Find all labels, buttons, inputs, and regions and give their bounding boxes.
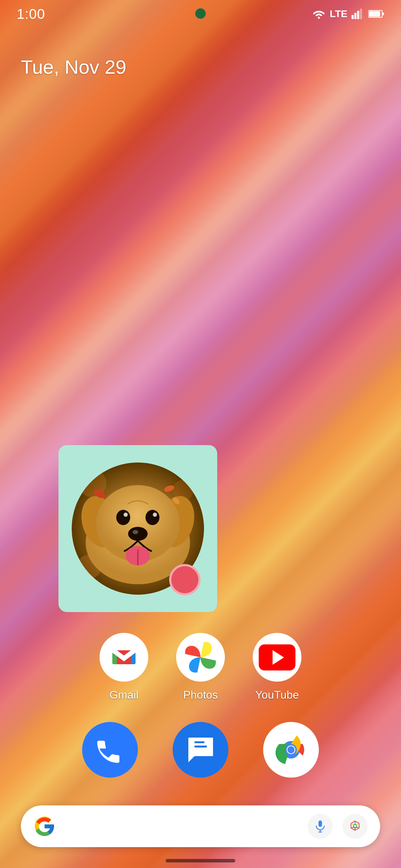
search-input[interactable] [64, 805, 299, 847]
date-text: Tue, Nov 29 [21, 56, 126, 78]
svg-point-0 [318, 17, 320, 19]
svg-point-20 [153, 513, 157, 517]
signal-icon [352, 9, 364, 19]
voice-search-button[interactable] [308, 814, 333, 839]
messages-dock-item[interactable] [173, 722, 228, 778]
battery-icon [368, 9, 384, 18]
svg-rect-2 [354, 13, 356, 19]
svg-rect-34 [319, 820, 322, 827]
gmail-label: Gmail [109, 689, 139, 701]
youtube-app-item[interactable]: YouTube [253, 633, 301, 701]
svg-point-21 [128, 527, 148, 541]
record-button[interactable] [169, 564, 200, 595]
svg-rect-6 [369, 11, 380, 17]
photos-icon [181, 638, 220, 676]
svg-point-19 [124, 513, 128, 517]
chrome-icon [274, 732, 308, 767]
dog-widget[interactable] [58, 445, 217, 612]
youtube-icon [258, 644, 296, 670]
youtube-label: YouTube [255, 689, 299, 701]
phone-icon-wrap[interactable] [82, 722, 138, 778]
youtube-icon-wrap[interactable] [253, 633, 301, 682]
svg-point-22 [133, 530, 138, 534]
svg-point-17 [116, 510, 130, 525]
gmail-icon-wrap[interactable] [100, 633, 148, 682]
search-right-icons [308, 814, 368, 839]
chrome-dock-item[interactable] [263, 722, 319, 778]
home-indicator[interactable] [166, 859, 235, 862]
messages-icon [186, 735, 215, 765]
lens-search-button[interactable] [343, 814, 368, 839]
search-bar[interactable] [21, 805, 380, 847]
svg-rect-7 [382, 13, 384, 15]
status-time: 1:00 [17, 6, 45, 22]
messages-icon-wrap[interactable] [173, 722, 228, 778]
svg-rect-3 [357, 11, 359, 19]
google-logo [33, 815, 56, 837]
photos-label: Photos [183, 689, 218, 701]
phone-dock-item[interactable] [82, 722, 138, 778]
wifi-icon [312, 9, 325, 19]
gmail-app-item[interactable]: Gmail [100, 633, 148, 701]
dock [0, 722, 401, 778]
date-widget: Tue, Nov 29 [21, 56, 126, 78]
chrome-icon-wrap[interactable] [263, 722, 319, 778]
photos-icon-wrap[interactable] [176, 633, 225, 682]
svg-point-18 [146, 510, 159, 525]
svg-rect-4 [360, 9, 362, 19]
photos-app-item[interactable]: Photos [176, 633, 225, 701]
status-icons: LTE [312, 8, 384, 19]
app-row: Gmail Photos YouTube [0, 633, 401, 701]
gmail-icon [105, 643, 143, 671]
lte-label: LTE [330, 8, 347, 19]
svg-rect-1 [352, 15, 354, 19]
microphone-icon [313, 819, 327, 833]
lens-icon [348, 819, 362, 833]
svg-point-33 [288, 746, 295, 754]
phone-icon [95, 735, 125, 765]
front-camera-dot [195, 8, 206, 19]
